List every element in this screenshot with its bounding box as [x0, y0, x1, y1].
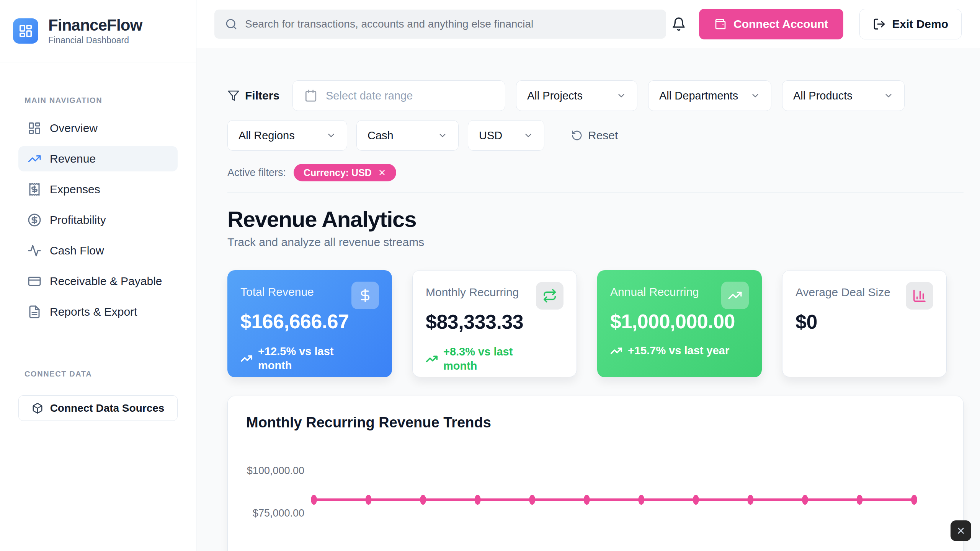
connect-data-heading: CONNECT DATA: [24, 370, 178, 378]
file-text-icon: [28, 305, 41, 319]
sidebar-item-receivable-payable[interactable]: Receivable & Payable: [18, 269, 178, 294]
filters-row-1: Filters Select date range All Projects A…: [227, 80, 964, 111]
projects-select[interactable]: All Projects: [516, 80, 637, 111]
activity-icon: [28, 244, 41, 258]
main-content: Filters Select date range All Projects A…: [196, 48, 980, 551]
kpi-label: Monthly Recurring: [426, 286, 519, 299]
active-filters-row: Active filters: Currency: USD: [227, 164, 964, 181]
exit-demo-button[interactable]: Exit Demo: [859, 9, 962, 39]
chart-title: Monthly Recurring Revenue Trends: [246, 414, 945, 431]
rotate-ccw-icon: [571, 130, 583, 141]
sidebar-item-cash-flow[interactable]: Cash Flow: [18, 238, 178, 263]
notifications-button[interactable]: [668, 14, 689, 34]
kpi-label: Total Revenue: [240, 285, 314, 298]
app-title: FinanceFlow: [48, 16, 142, 34]
date-range-placeholder: Select date range: [326, 90, 413, 102]
search-icon: [225, 18, 237, 30]
kpi-label: Annual Recurring: [610, 285, 699, 298]
sidebar-item-reports-export[interactable]: Reports & Export: [18, 299, 178, 324]
kpi-cards-row: Total Revenue $166,666.67 +12.5% vs last…: [227, 270, 964, 377]
close-icon: [956, 526, 966, 536]
kpi-delta: +8.3% vs last month: [426, 345, 564, 373]
sidebar-item-label: Cash Flow: [50, 244, 104, 257]
trending-up-icon: [240, 352, 253, 365]
kpi-card-top: Annual Recurring: [610, 282, 749, 309]
trending-up-icon: [728, 288, 742, 303]
app-tagline: Financial Dashboard: [48, 35, 142, 46]
chevron-down-icon: [884, 91, 893, 101]
trending-up-icon: [610, 345, 622, 357]
payment-type-select-value: Cash: [368, 129, 394, 142]
currency-select[interactable]: USD: [468, 120, 544, 151]
sidebar-item-label: Expenses: [50, 183, 100, 196]
kpi-card-annual-recurring: Annual Recurring $1,000,000.00 +15.7% vs…: [597, 270, 762, 377]
kpi-label: Average Deal Size: [795, 286, 890, 299]
dollar-sign-icon: [358, 288, 372, 303]
kpi-delta: +12.5% vs last month: [240, 344, 379, 373]
regions-select-value: All Regions: [238, 129, 295, 142]
kpi-value: $1,000,000.00: [610, 310, 749, 333]
nav-list: Overview Revenue Expenses Profitabil: [18, 116, 178, 324]
bar-chart-icon: [912, 289, 927, 303]
departments-select[interactable]: All Departments: [648, 80, 771, 111]
chevron-down-icon: [523, 130, 533, 140]
layout-dashboard-icon: [18, 24, 33, 38]
close-icon[interactable]: [378, 168, 386, 177]
section-divider: [227, 192, 964, 192]
repeat-icon: [542, 289, 557, 303]
kpi-value: $166,666.67: [240, 310, 379, 333]
kpi-delta-text: +15.7% vs last year: [628, 344, 729, 357]
sidebar-item-label: Receivable & Payable: [50, 275, 162, 288]
brand-header: FinanceFlow Financial Dashboard: [0, 0, 196, 62]
filter-funnel-icon: [227, 90, 240, 102]
exit-demo-label: Exit Demo: [892, 18, 948, 31]
reset-filters-button[interactable]: Reset: [571, 129, 618, 142]
layout-dashboard-icon: [28, 121, 41, 135]
cube-icon: [32, 403, 43, 414]
date-range-input[interactable]: Select date range: [292, 80, 505, 111]
trending-up-icon: [28, 152, 41, 166]
kpi-iconbox: [906, 282, 933, 310]
currency-select-value: USD: [479, 129, 502, 142]
reset-label: Reset: [588, 129, 618, 142]
bell-icon: [671, 17, 686, 31]
filters-row-2: All Regions Cash USD Reset: [227, 120, 964, 151]
sidebar-item-revenue[interactable]: Revenue: [18, 146, 178, 171]
sidebar-item-overview[interactable]: Overview: [18, 116, 178, 141]
regions-select[interactable]: All Regions: [227, 120, 347, 151]
sidebar-item-label: Profitability: [50, 214, 106, 227]
sidebar-item-expenses[interactable]: Expenses: [18, 177, 178, 202]
calendar-icon: [304, 89, 317, 102]
main-navigation: MAIN NAVIGATION Overview Revenue: [0, 62, 196, 421]
y-axis-tick: $75,000.00: [246, 507, 304, 519]
kpi-iconbox: [536, 282, 564, 310]
chevron-down-icon: [326, 130, 336, 140]
sidebar: FinanceFlow Financial Dashboard MAIN NAV…: [0, 0, 196, 551]
kpi-card-top: Monthly Recurring: [426, 282, 564, 310]
trending-up-icon: [426, 353, 438, 365]
search-input[interactable]: [245, 18, 655, 30]
global-search[interactable]: [214, 10, 666, 39]
kpi-iconbox: [351, 282, 379, 309]
connect-account-label: Connect Account: [733, 18, 828, 31]
sidebar-item-label: Overview: [50, 122, 98, 135]
connect-account-button[interactable]: Connect Account: [699, 9, 843, 39]
kpi-card-total-revenue: Total Revenue $166,666.67 +12.5% vs last…: [227, 270, 392, 377]
circle-dollar-icon: [28, 213, 41, 227]
page-title: Revenue Analytics: [227, 206, 964, 232]
projects-select-value: All Projects: [527, 90, 583, 102]
connect-data-sources-button[interactable]: Connect Data Sources: [18, 395, 178, 421]
chart-area: $100,000.00 $75,000.00 $50,000.00: [246, 445, 945, 551]
filter-chip-currency[interactable]: Currency: USD: [294, 164, 396, 181]
kpi-delta-text: +12.5% vs last month: [258, 344, 354, 373]
payment-type-select[interactable]: Cash: [356, 120, 459, 151]
products-select[interactable]: All Products: [782, 80, 905, 111]
overlay-close-button[interactable]: [951, 520, 971, 541]
logout-icon: [873, 18, 886, 31]
sidebar-item-label: Reports & Export: [50, 305, 137, 318]
sidebar-item-profitability[interactable]: Profitability: [18, 207, 178, 233]
connect-data-sources-label: Connect Data Sources: [50, 402, 165, 414]
sidebar-item-label: Revenue: [50, 152, 96, 165]
kpi-iconbox: [721, 282, 749, 309]
receipt-icon: [28, 183, 41, 196]
